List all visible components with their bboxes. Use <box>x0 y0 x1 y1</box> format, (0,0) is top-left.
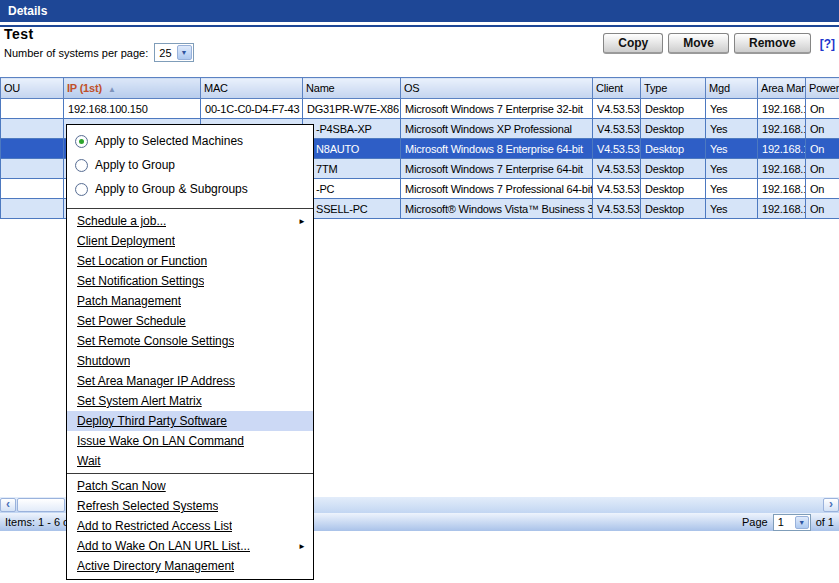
col-header-os[interactable]: OS <box>401 78 593 99</box>
col-header-client[interactable]: Client <box>593 78 641 99</box>
col-header-mgd[interactable]: Mgd <box>706 78 758 99</box>
cell-mgd: Yes <box>706 199 758 219</box>
cell-area-manager: 192.168.100 <box>758 159 806 179</box>
cell-mac: 00-1C-C0-D4-F7-43 <box>201 99 303 119</box>
col-header-type[interactable]: Type <box>641 78 706 99</box>
menu-item-issue-wake-on-lan-command[interactable]: Issue Wake On LAN Command <box>67 431 313 451</box>
cell-type: Desktop <box>641 159 706 179</box>
cell-ou <box>1 159 64 179</box>
move-button[interactable]: Move <box>668 33 729 54</box>
cell-type: Desktop <box>641 119 706 139</box>
scroll-left-icon[interactable]: ‹ <box>0 498 16 512</box>
cell-client: V4.53.530-I <box>593 199 641 219</box>
menu-item-refresh-selected-systems[interactable]: Refresh Selected Systems <box>67 496 313 516</box>
titlebar-title: Details <box>8 4 47 18</box>
cell-type: Desktop <box>641 179 706 199</box>
cell-power: On <box>806 199 839 219</box>
cell-ou <box>1 179 64 199</box>
radio-unselected-icon <box>75 159 88 172</box>
details-screen: Details Test Number of systems per page:… <box>0 0 839 583</box>
cell-area-manager: 192.168.100 <box>758 199 806 219</box>
cell-mgd: Yes <box>706 179 758 199</box>
per-page-select[interactable]: 25 ▼ <box>154 43 193 62</box>
cell-power: On <box>806 139 839 159</box>
col-header-mac[interactable]: MAC <box>201 78 303 99</box>
page-value: 1 <box>774 516 794 528</box>
page-of-text: of 1 <box>816 516 834 528</box>
table-row[interactable]: 192.168.100.150 00-1C-C0-D4-F7-43 DG31PR… <box>1 99 839 119</box>
cell-area-manager: 192.168.100 <box>758 139 806 159</box>
cell-name: -P4SBA-XP <box>303 119 401 139</box>
radio-label: Apply to Group <box>95 158 175 172</box>
menu-item-set-remote-console-settings[interactable]: Set Remote Console Settings <box>67 331 313 351</box>
col-header-ou[interactable]: OU <box>1 78 64 99</box>
context-menu: Apply to Selected Machines Apply to Grou… <box>66 124 314 580</box>
cell-name: 7TM <box>303 159 401 179</box>
titlebar-rule <box>0 25 839 27</box>
cell-os: Microsoft Windows 7 Enterprise 32-bit <box>401 99 593 119</box>
pager: Page 1 ▼ of 1 <box>742 514 834 531</box>
radio-apply-to-group-and-subgroups[interactable]: Apply to Group & Subgroups <box>67 177 313 201</box>
menu-item-set-system-alert-matrix[interactable]: Set System Alert Matrix <box>67 391 313 411</box>
copy-button[interactable]: Copy <box>603 33 663 54</box>
page-select[interactable]: 1 ▼ <box>773 514 811 531</box>
submenu-arrow-icon: ► <box>298 217 306 226</box>
cell-name: SSELL-PC <box>303 199 401 219</box>
cell-power: On <box>806 159 839 179</box>
cell-client: V4.53.530-I <box>593 179 641 199</box>
cell-os: Microsoft Windows 7 Enterprise 64-bit <box>401 159 593 179</box>
help-link[interactable]: [?] <box>820 37 835 51</box>
scroll-right-icon[interactable]: › <box>823 498 839 512</box>
radio-label: Apply to Group & Subgroups <box>95 182 248 196</box>
col-header-area-manager[interactable]: Area Manag <box>758 78 806 99</box>
chevron-down-icon[interactable]: ▼ <box>177 45 192 60</box>
chevron-down-icon[interactable]: ▼ <box>795 516 809 529</box>
col-header-power[interactable]: Power <box>806 78 839 99</box>
cell-mgd: Yes <box>706 119 758 139</box>
cell-ou <box>1 99 64 119</box>
menu-item-set-location-or-function[interactable]: Set Location or Function <box>67 251 313 271</box>
col-header-name[interactable]: Name <box>303 78 401 99</box>
menu-item-set-notification-settings[interactable]: Set Notification Settings <box>67 271 313 291</box>
remove-button[interactable]: Remove <box>734 33 811 54</box>
radio-unselected-icon <box>75 183 88 196</box>
menu-item-deploy-third-party-software[interactable]: Deploy Third Party Software <box>67 411 313 431</box>
page-label: Page <box>742 516 768 528</box>
per-page-label: Number of systems per page: <box>4 47 148 59</box>
cell-type: Desktop <box>641 199 706 219</box>
cell-name: DG31PR-W7E-X86 <box>303 99 401 119</box>
cell-name: N8AUTO <box>303 139 401 159</box>
menu-item-set-power-schedule[interactable]: Set Power Schedule <box>67 311 313 331</box>
per-page-row: Number of systems per page: 25 ▼ <box>4 43 194 62</box>
cell-ou <box>1 119 64 139</box>
radio-apply-to-group[interactable]: Apply to Group <box>67 153 313 177</box>
cell-power: On <box>806 99 839 119</box>
menu-item-add-to-restricted-access-list[interactable]: Add to Restricted Access List <box>67 516 313 536</box>
cell-os: Microsoft Windows XP Professional <box>401 119 593 139</box>
menu-item-add-to-wake-on-lan-url-list[interactable]: Add to Wake On LAN URL List... ► <box>67 536 313 556</box>
col-header-ip[interactable]: IP (1st)▲ <box>64 78 201 99</box>
cell-mgd: Yes <box>706 159 758 179</box>
cell-power: On <box>806 119 839 139</box>
cell-ip: 192.168.100.150 <box>64 99 201 119</box>
menu-item-patch-scan-now[interactable]: Patch Scan Now <box>67 476 313 496</box>
scrollbar-thumb[interactable] <box>17 498 65 512</box>
menu-item-shutdown[interactable]: Shutdown <box>67 351 313 371</box>
cell-os: Microsoft Windows 8 Enterprise 64-bit <box>401 139 593 159</box>
menu-item-active-directory-management[interactable]: Active Directory Management <box>67 556 313 576</box>
cell-area-manager: 192.168.100 <box>758 119 806 139</box>
table-header-row: OU IP (1st)▲ MAC Name OS Client Type Mgd… <box>1 78 839 99</box>
page-title: Test <box>4 26 34 42</box>
cell-os: Microsoft Windows 7 Professional 64-bit <box>401 179 593 199</box>
menu-item-wait[interactable]: Wait <box>67 451 313 471</box>
menu-item-client-deployment[interactable]: Client Deployment <box>67 231 313 251</box>
menu-separator <box>67 208 313 209</box>
radio-label: Apply to Selected Machines <box>95 134 243 148</box>
sort-ascending-icon: ▲ <box>108 85 116 94</box>
radio-selected-icon <box>75 135 88 148</box>
menu-item-set-area-manager-ip-address[interactable]: Set Area Manager IP Address <box>67 371 313 391</box>
radio-apply-to-selected-machines[interactable]: Apply to Selected Machines <box>67 129 313 153</box>
menu-item-schedule-a-job[interactable]: Schedule a job... ► <box>67 211 313 231</box>
menu-item-patch-management[interactable]: Patch Management <box>67 291 313 311</box>
cell-mgd: Yes <box>706 99 758 119</box>
